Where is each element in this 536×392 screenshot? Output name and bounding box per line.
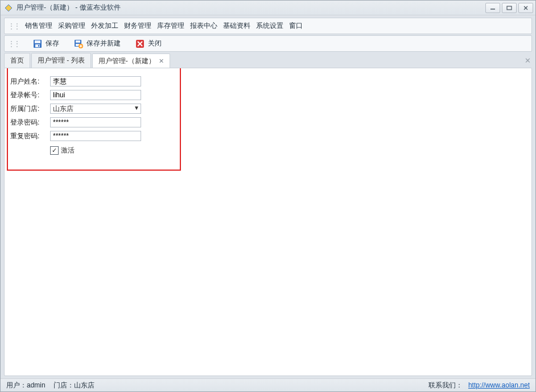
label-active: 激活 (61, 146, 75, 155)
tab-close-icon[interactable]: ✕ (159, 57, 164, 65)
label-login: 登录帐号: (10, 90, 48, 100)
input-repeat-password[interactable] (50, 131, 141, 141)
menubar: ⋮⋮ 销售管理 采购管理 外发加工 财务管理 库存管理 报表中心 基础资料 系统… (4, 18, 532, 34)
status-user: 用户：admin (6, 381, 46, 390)
toolbar-grip-icon: ⋮⋮ (8, 40, 19, 48)
panel-close-icon[interactable]: ✕ (525, 56, 531, 65)
tab-bar: 首页 用户管理 - 列表 用户管理-（新建） ✕ ✕ (4, 54, 532, 68)
tab-home-label: 首页 (10, 56, 24, 65)
contact-link[interactable]: http://www.aolan.net (468, 381, 530, 389)
input-password[interactable] (50, 117, 141, 127)
close-button[interactable]: 关闭 (132, 38, 165, 49)
label-username: 用户姓名: (10, 77, 48, 86)
close-icon (135, 39, 145, 48)
svg-rect-8 (38, 45, 39, 47)
input-username[interactable] (50, 76, 141, 86)
content-panel: 用户姓名: 登录帐号: 所属门店: 山东店 ▼ 登录密码: 重复密码: ✓ 激活 (4, 68, 532, 376)
minimize-button[interactable] (485, 3, 500, 13)
tab-user-new-label: 用户管理-（新建） (98, 56, 155, 66)
statusbar: 用户：admin 门店：山东店 联系我们： http://www.aolan.n… (1, 378, 535, 391)
svg-rect-10 (76, 40, 80, 43)
window-controls (485, 3, 533, 13)
app-icon (4, 3, 13, 13)
select-store-value: 山东店 (50, 104, 141, 114)
titlebar: 用户管理-（新建） - 傲蓝布业软件 (1, 1, 535, 15)
tab-home[interactable]: 首页 (4, 53, 30, 68)
menu-finance[interactable]: 财务管理 (122, 20, 154, 32)
close-window-button[interactable] (518, 3, 533, 13)
checkbox-active[interactable]: ✓ (50, 146, 59, 155)
save-button-label: 保存 (46, 39, 59, 48)
status-left: 用户：admin 门店：山东店 (6, 381, 94, 390)
menu-inventory[interactable]: 库存管理 (155, 20, 187, 32)
tab-user-new[interactable]: 用户管理-（新建） ✕ (92, 53, 170, 68)
menu-outsource[interactable]: 外发加工 (89, 20, 121, 32)
save-icon (33, 39, 42, 48)
close-button-label: 关闭 (148, 39, 162, 48)
menubar-grip-icon: ⋮⋮ (8, 22, 19, 30)
tab-user-list[interactable]: 用户管理 - 列表 (31, 53, 91, 68)
save-and-new-button[interactable]: 保存并新建 (71, 38, 124, 49)
app-window: 用户管理-（新建） - 傲蓝布业软件 ⋮⋮ 销售管理 采购管理 外发加工 财务管… (0, 0, 536, 392)
select-store[interactable]: 山东店 ▼ (50, 104, 141, 114)
menu-window[interactable]: 窗口 (287, 20, 305, 32)
save-button[interactable]: 保存 (30, 38, 63, 49)
maximize-button[interactable] (502, 3, 517, 13)
status-store: 门店：山东店 (53, 381, 94, 390)
svg-rect-6 (35, 40, 40, 43)
tab-user-list-label: 用户管理 - 列表 (38, 56, 85, 65)
contact-label: 联系我们： (428, 381, 463, 389)
svg-marker-0 (5, 5, 12, 11)
svg-rect-2 (507, 6, 512, 10)
save-and-new-button-label: 保存并新建 (86, 39, 121, 48)
window-title: 用户管理-（新建） - 傲蓝布业软件 (17, 3, 485, 13)
menu-basicdata[interactable]: 基础资料 (221, 20, 253, 32)
label-store: 所属门店: (10, 104, 48, 114)
input-login[interactable] (50, 90, 141, 100)
menu-purchase[interactable]: 采购管理 (56, 20, 88, 32)
menu-sales[interactable]: 销售管理 (23, 20, 55, 32)
toolbar: ⋮⋮ 保存 (4, 35, 532, 52)
menu-reports[interactable]: 报表中心 (188, 20, 220, 32)
user-form: 用户姓名: 登录帐号: 所属门店: 山东店 ▼ 登录密码: 重复密码: ✓ 激活 (5, 68, 152, 163)
status-right: 联系我们： http://www.aolan.net (428, 381, 530, 390)
label-password: 登录密码: (10, 118, 48, 127)
chevron-down-icon: ▼ (134, 105, 139, 111)
label-repeat: 重复密码: (10, 131, 48, 141)
menu-settings[interactable]: 系统设置 (254, 20, 286, 32)
save-new-icon (74, 39, 83, 48)
